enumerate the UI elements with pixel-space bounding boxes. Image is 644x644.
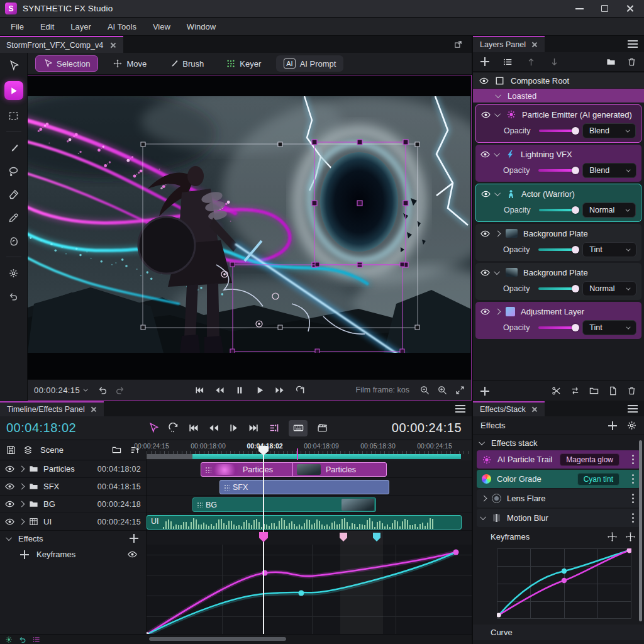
curve-row[interactable]: Curve: [473, 625, 644, 640]
undo-icon[interactable]: [98, 386, 108, 395]
track-header-ui[interactable]: UI 00:00:24:15: [0, 513, 146, 531]
clip-handle-icon[interactable]: [224, 484, 230, 491]
chevron-right-icon[interactable]: [495, 230, 501, 236]
move-tool-button[interactable]: Move: [106, 55, 154, 72]
chevron-down-icon[interactable]: [495, 92, 501, 98]
layer-particle-emitter[interactable]: Particle Emitter (AI generated) Opacity …: [475, 104, 641, 143]
skip-end-icon[interactable]: [248, 423, 259, 433]
loop-playback-icon[interactable]: [295, 386, 304, 395]
blend-mode-dropdown[interactable]: Tint: [582, 242, 636, 257]
blend-mode-dropdown[interactable]: Normal: [582, 203, 636, 218]
redo-icon[interactable]: [115, 386, 125, 395]
chevron-down-icon[interactable]: [494, 190, 501, 196]
clip-handle-icon[interactable]: [197, 502, 203, 508]
visibility-eye-icon[interactable]: [480, 268, 490, 277]
popout-icon[interactable]: [453, 40, 463, 49]
rewind-icon[interactable]: [214, 386, 224, 395]
layer-adjustment[interactable]: Adjustment Layer Opacity Tint: [475, 302, 641, 339]
rail-smudge-tool[interactable]: [6, 233, 22, 248]
keyboard-shortcuts-button[interactable]: [289, 420, 308, 436]
track-header-sfx[interactable]: SFX 00:04:18:15: [0, 478, 146, 496]
rewind-icon[interactable]: [208, 423, 219, 433]
delete-layer-icon[interactable]: [627, 57, 636, 67]
visibility-eye-icon[interactable]: [5, 482, 14, 491]
chevron-right-icon[interactable]: [19, 484, 25, 490]
slider-settings-icon[interactable]: [269, 423, 279, 433]
fast-forward-icon[interactable]: [275, 386, 284, 395]
layer-group-loasted[interactable]: Loasted: [473, 89, 644, 103]
add-keyframe-icon[interactable]: [20, 550, 29, 559]
effect-options-button[interactable]: [630, 478, 635, 480]
zoom-out-icon[interactable]: [420, 386, 430, 395]
keyframe-transform-icon[interactable]: [626, 532, 635, 541]
layer-background-plate-1[interactable]: Background Plate Opacity Tint: [475, 224, 641, 261]
add-layer-icon[interactable]: [480, 57, 489, 66]
opacity-slider[interactable]: [539, 209, 577, 211]
slider-thumb[interactable]: [572, 246, 579, 253]
rail-lasso-tool[interactable]: [6, 164, 22, 179]
opacity-slider[interactable]: [539, 130, 577, 132]
save-icon[interactable]: [6, 445, 16, 455]
layer-composite-root[interactable]: Composite Root: [473, 73, 644, 89]
tab-effects-stack[interactable]: Effects/Stack: [473, 401, 545, 416]
chevron-right-icon[interactable]: [481, 496, 487, 502]
effect-options-button[interactable]: [630, 458, 635, 460]
ai-prompt-button[interactable]: AI AI Prompt: [276, 55, 343, 72]
panel-menu-icon[interactable]: [628, 408, 638, 409]
opacity-slider[interactable]: [538, 169, 577, 172]
move-layer-down-icon[interactable]: [550, 57, 559, 67]
blend-mode-dropdown[interactable]: Tint: [582, 320, 636, 335]
visibility-eye-icon[interactable]: [480, 307, 490, 316]
effect-preset-badge[interactable]: Magenta glow: [560, 453, 619, 466]
folder-icon[interactable]: [589, 386, 599, 396]
keyer-tool-button[interactable]: Keyer: [219, 55, 269, 72]
tab-close-icon[interactable]: [109, 42, 116, 48]
effect-preset-badge[interactable]: Cyan tint: [577, 473, 619, 486]
select-playhead-icon[interactable]: [148, 423, 158, 433]
ruler-workarea[interactable]: [192, 454, 461, 459]
clip-particles[interactable]: Particles Particles: [201, 462, 387, 477]
tab-close-icon[interactable]: [91, 406, 97, 413]
play-icon[interactable]: [255, 386, 264, 395]
trash-icon[interactable]: [627, 386, 636, 396]
chevron-down-icon[interactable]: [6, 535, 12, 541]
composition-viewport[interactable]: [28, 75, 471, 379]
viewport-timecode-dropdown[interactable]: 00:00:24:15: [34, 386, 88, 395]
blend-mode-dropdown[interactable]: Normal: [582, 281, 636, 296]
rail-undo-button[interactable]: [6, 289, 22, 304]
step-forward-icon[interactable]: [228, 423, 239, 433]
panel-menu-icon[interactable]: [455, 408, 465, 409]
effect-options-button[interactable]: [630, 497, 635, 499]
cut-icon[interactable]: [552, 386, 561, 396]
selection-tool-button[interactable]: Selection: [35, 55, 98, 72]
slider-thumb[interactable]: [572, 167, 579, 174]
menu-window[interactable]: Window: [179, 19, 224, 35]
add-effect-icon[interactable]: [608, 421, 617, 430]
maximize-icon[interactable]: [601, 5, 608, 12]
visibility-eye-icon[interactable]: [480, 229, 490, 238]
status-layers-icon[interactable]: [33, 636, 40, 643]
blend-mode-dropdown[interactable]: Blend: [582, 123, 636, 138]
menu-edit[interactable]: Edit: [32, 19, 62, 35]
marker-tick[interactable]: [297, 448, 298, 460]
effects-scrollbar[interactable]: [639, 440, 642, 621]
rail-eraser-tool[interactable]: [6, 187, 22, 202]
horizontal-scrollbar[interactable]: [149, 637, 286, 641]
group-folder-icon[interactable]: [606, 57, 616, 67]
menu-file[interactable]: File: [3, 19, 32, 35]
visibility-eye-icon[interactable]: [481, 110, 491, 119]
effect-motion-blur[interactable]: Motion Blur: [477, 509, 640, 527]
opacity-slider[interactable]: [538, 326, 577, 329]
chevron-down-icon[interactable]: [494, 269, 500, 275]
playhead-line[interactable]: [263, 454, 264, 634]
visibility-eye-icon[interactable]: [5, 464, 14, 474]
rail-marquee-tool[interactable]: [6, 108, 22, 123]
rail-eyedropper-tool[interactable]: [6, 210, 22, 225]
swap-icon[interactable]: [570, 386, 580, 396]
timeline-keyframes-row[interactable]: Keyframes: [0, 546, 146, 563]
rail-brush-tool[interactable]: [6, 140, 22, 155]
clip-handle-icon[interactable]: [205, 467, 211, 473]
slider-thumb[interactable]: [572, 127, 579, 135]
chevron-down-icon[interactable]: [494, 150, 500, 157]
scene-canvas[interactable]: [28, 96, 470, 353]
